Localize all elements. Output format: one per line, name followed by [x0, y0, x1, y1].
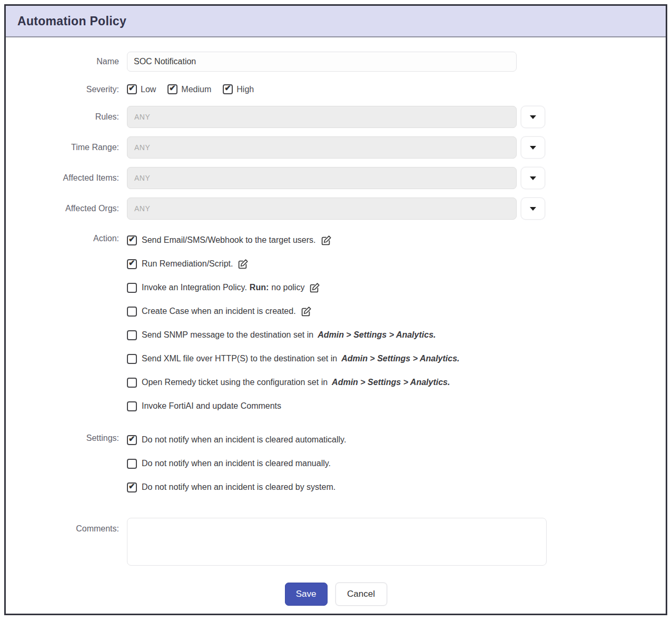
action-item-text: Run Remediation/Script.: [142, 259, 233, 268]
action-item-text: Invoke an Integration Policy.: [142, 283, 247, 292]
edit-icon[interactable]: [238, 259, 249, 270]
action-item-send-email[interactable]: Send Email/SMS/Webhook to the target use…: [127, 233, 460, 248]
action-item-run-remediation[interactable]: Run Remediation/Script.: [127, 257, 460, 271]
cancel-button[interactable]: Cancel: [335, 583, 387, 606]
affected-orgs-row: Affected Orgs: ANY: [6, 198, 666, 220]
setting-item-cleared-manually[interactable]: Do not notify when an incident is cleare…: [127, 456, 346, 471]
rules-field[interactable]: ANY: [127, 106, 517, 128]
save-button[interactable]: Save: [285, 583, 328, 606]
button-row: Save Cancel: [6, 583, 666, 606]
high-checkbox[interactable]: [223, 84, 233, 94]
action-item-run-label: Run:: [250, 283, 269, 292]
checkbox[interactable]: [127, 307, 137, 317]
high-label: High: [236, 85, 254, 94]
rules-label: Rules:: [6, 112, 127, 122]
checkbox[interactable]: [127, 482, 137, 492]
action-item-invoke-fortiai[interactable]: Invoke FortiAI and update Comments: [127, 399, 460, 413]
severity-options: Low Medium High: [127, 84, 254, 94]
time-range-dropdown-button[interactable]: [521, 136, 545, 159]
comments-textarea[interactable]: [127, 518, 547, 566]
severity-option-low[interactable]: Low: [127, 84, 156, 94]
medium-checkbox[interactable]: [167, 84, 177, 94]
action-section: Action: Send Email/SMS/Webhook to the ta…: [6, 233, 666, 422]
action-list: Send Email/SMS/Webhook to the target use…: [127, 233, 460, 422]
affected-items-field[interactable]: ANY: [127, 167, 517, 189]
action-item-text: Open Remedy ticket using the configurati…: [142, 378, 328, 387]
medium-label: Medium: [181, 85, 211, 94]
severity-option-high[interactable]: High: [223, 84, 254, 94]
checkbox[interactable]: [127, 378, 137, 388]
action-item-text: Send XML file over HTTP(S) to the destin…: [142, 354, 337, 363]
affected-orgs-label: Affected Orgs:: [6, 204, 127, 213]
checkbox[interactable]: [127, 283, 137, 293]
time-range-field[interactable]: ANY: [127, 136, 517, 159]
action-item-text: Invoke FortiAI and update Comments: [142, 401, 281, 410]
caret-down-icon: [530, 207, 536, 211]
action-item-send-xml[interactable]: Send XML file over HTTP(S) to the destin…: [127, 351, 460, 366]
affected-items-row: Affected Items: ANY: [6, 167, 666, 189]
comments-row: Comments:: [6, 518, 666, 566]
dialog-body: Name Severity: Low Medium High: [6, 37, 666, 606]
caret-down-icon: [530, 176, 536, 180]
checkbox[interactable]: [127, 459, 137, 469]
affected-items-dropdown-button[interactable]: [521, 167, 545, 189]
affected-orgs-dropdown-button[interactable]: [521, 198, 545, 220]
name-input[interactable]: [127, 52, 517, 72]
comments-label: Comments:: [6, 518, 127, 534]
settings-list: Do not notify when an incident is cleare…: [127, 432, 346, 504]
caret-down-icon: [530, 115, 536, 119]
checkbox[interactable]: [127, 435, 137, 445]
action-item-send-snmp[interactable]: Send SNMP message to the destination set…: [127, 328, 460, 342]
action-item-path: Admin > Settings > Analytics.: [318, 330, 436, 339]
name-label: Name: [6, 57, 127, 66]
affected-items-label: Affected Items:: [6, 173, 127, 183]
setting-item-text: Do not notify when an incident is cleare…: [142, 459, 331, 468]
settings-label: Settings:: [6, 432, 127, 443]
name-row: Name: [6, 52, 666, 72]
severity-row: Severity: Low Medium High: [6, 84, 666, 94]
rules-dropdown-button[interactable]: [521, 106, 545, 128]
action-item-run-value: no policy: [271, 283, 304, 292]
edit-icon[interactable]: [301, 306, 312, 317]
page-title: Automation Policy: [17, 14, 126, 28]
edit-icon[interactable]: [321, 235, 332, 246]
low-checkbox[interactable]: [127, 84, 137, 94]
edit-icon[interactable]: [309, 282, 320, 293]
action-item-text: Send Email/SMS/Webhook to the target use…: [142, 235, 316, 244]
setting-item-text: Do not notify when an incident is cleare…: [142, 435, 346, 444]
setting-item-cleared-automatically[interactable]: Do not notify when an incident is cleare…: [127, 432, 346, 447]
automation-policy-dialog: Automation Policy Name Severity: Low Med…: [4, 4, 667, 615]
settings-section: Settings: Do not notify when an incident…: [6, 432, 666, 504]
checkbox[interactable]: [127, 259, 137, 269]
action-item-text: Create Case when an incident is created.: [142, 307, 296, 316]
checkbox[interactable]: [127, 330, 137, 340]
setting-item-text: Do not notify when an incident is cleare…: [142, 482, 335, 491]
checkbox[interactable]: [127, 401, 137, 411]
checkbox[interactable]: [127, 235, 137, 245]
low-label: Low: [141, 85, 156, 94]
action-item-create-case[interactable]: Create Case when an incident is created.: [127, 304, 460, 319]
rules-row: Rules: ANY: [6, 106, 666, 128]
caret-down-icon: [530, 146, 536, 150]
action-item-path: Admin > Settings > Analytics.: [332, 378, 450, 387]
action-item-invoke-integration[interactable]: Invoke an Integration Policy.Run:no poli…: [127, 280, 460, 295]
affected-orgs-field[interactable]: ANY: [127, 198, 517, 220]
action-item-path: Admin > Settings > Analytics.: [341, 354, 459, 363]
action-item-text: Send SNMP message to the destination set…: [142, 330, 313, 339]
severity-option-medium[interactable]: Medium: [167, 84, 211, 94]
setting-item-cleared-by-system[interactable]: Do not notify when an incident is cleare…: [127, 480, 346, 495]
severity-label: Severity:: [6, 85, 127, 94]
time-range-label: Time Range:: [6, 143, 127, 152]
action-label: Action:: [6, 233, 127, 243]
action-item-open-remedy[interactable]: Open Remedy ticket using the configurati…: [127, 375, 460, 390]
time-range-row: Time Range: ANY: [6, 136, 666, 159]
checkbox[interactable]: [127, 354, 137, 364]
dialog-header: Automation Policy: [6, 6, 666, 37]
